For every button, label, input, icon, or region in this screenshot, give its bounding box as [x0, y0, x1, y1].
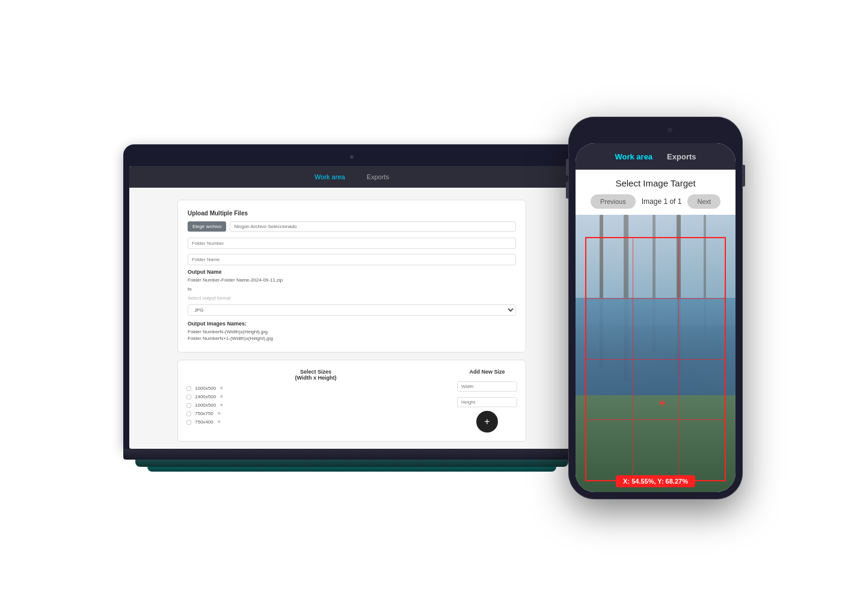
phone-vol-down-button: [566, 182, 568, 199]
coord-badge: X: 54.55%, Y: 68.27%: [616, 475, 695, 487]
laptop-base-bottom: [135, 460, 568, 467]
image-nav-row: Previous Image 1 of 1 Next: [576, 194, 735, 209]
size-checkbox-2[interactable]: [186, 395, 191, 399]
format-select[interactable]: JPG: [188, 304, 516, 316]
size-checkbox-5[interactable]: [186, 420, 191, 425]
laptop-screen-outer: Work area Exports Upload Multiple Files …: [123, 144, 580, 449]
next-button[interactable]: Next: [687, 194, 720, 209]
size-delete-5[interactable]: ✕: [217, 419, 221, 425]
add-size-title: Add New Size: [457, 369, 517, 375]
phone-vol-up-button: [566, 159, 568, 176]
output-to-value: to: [188, 286, 516, 292]
laptop-nav-work-area[interactable]: Work area: [310, 171, 350, 183]
size-label-4: 750x750: [195, 411, 213, 416]
sizes-title: Select Sizes (Width x Height): [186, 369, 445, 381]
prev-button[interactable]: Previous: [591, 194, 636, 209]
image-background: [576, 215, 735, 492]
upload-title: Upload Multiple Files: [188, 210, 516, 217]
upload-section: Upload Multiple Files Elegir archivo Nin…: [177, 200, 526, 353]
laptop-camera-bar: [129, 150, 574, 164]
phone-content: Select Image Target Previous Image 1 of …: [576, 170, 735, 492]
file-name-display: Ningún Archivo Seleccionado: [230, 221, 516, 232]
output-image-1: Folder NumberN-(Width)x(Height).jpg: [188, 329, 516, 334]
width-input[interactable]: [457, 381, 517, 392]
laptop-foot: [147, 467, 556, 472]
scene: Work area Exports Upload Multiple Files …: [0, 0, 866, 616]
phone-screen: Work area Exports Select Image Target Pr…: [576, 143, 735, 492]
phone-app-header: Work area Exports: [576, 143, 735, 170]
add-size-button[interactable]: +: [476, 411, 498, 433]
phone-nav-exports[interactable]: Exports: [667, 152, 696, 161]
image-counter: Image 1 of 1: [642, 197, 682, 206]
laptop-app-header: Work area Exports: [129, 166, 574, 188]
select-image-title: Select Image Target: [576, 170, 735, 194]
size-label-1: 1000x500: [195, 386, 216, 391]
height-input[interactable]: [457, 397, 517, 407]
water-layer: [576, 298, 735, 408]
laptop: Work area Exports Upload Multiple Files …: [123, 144, 580, 472]
list-item: 1400x500 ✕: [186, 394, 445, 399]
laptop-screen: Work area Exports Upload Multiple Files …: [129, 166, 574, 449]
crosshair: [659, 400, 665, 406]
phone-notch-bar: [576, 124, 735, 141]
phone: Work area Exports Select Image Target Pr…: [568, 117, 743, 499]
laptop-nav-exports[interactable]: Exports: [362, 171, 394, 183]
laptop-camera-dot: [350, 155, 354, 159]
list-item: 1000x500 ✕: [186, 402, 445, 408]
laptop-content: Upload Multiple Files Elegir archivo Nin…: [129, 188, 574, 449]
phone-outer: Work area Exports Select Image Target Pr…: [568, 117, 743, 499]
output-images-label: Output Images Names:: [188, 321, 516, 327]
size-delete-2[interactable]: ✕: [220, 394, 224, 399]
size-delete-1[interactable]: ✕: [220, 386, 224, 391]
folder-number-input[interactable]: [188, 238, 516, 249]
list-item: 1000x500 ✕: [186, 386, 445, 391]
size-checkbox-4[interactable]: [186, 411, 191, 416]
phone-power-button: [743, 165, 745, 186]
size-delete-3[interactable]: ✕: [220, 402, 224, 408]
phone-camera: [668, 128, 672, 132]
phone-nav-work-area[interactable]: Work area: [615, 152, 653, 161]
size-label-3: 1000x500: [195, 402, 216, 408]
upload-btn[interactable]: Elegir archivo: [188, 221, 226, 232]
phone-notch: [631, 124, 680, 136]
size-label-5: 750x400: [195, 419, 213, 425]
output-name-value: Folder Number-Folder Name-2024-09-11.zip: [188, 277, 516, 283]
select-sizes-col: Select Sizes (Width x Height) 1000x500 ✕…: [186, 369, 445, 433]
list-item: 750x400 ✕: [186, 419, 445, 425]
upload-file-row: Elegir archivo Ningún Archivo Selecciona…: [188, 221, 516, 232]
size-checkbox-3[interactable]: [186, 403, 191, 408]
folder-name-input[interactable]: [188, 254, 516, 265]
sizes-section: Select Sizes (Width x Height) 1000x500 ✕…: [177, 360, 526, 442]
output-name-label: Output Name: [188, 269, 516, 275]
select-format-label: Select output format: [188, 295, 516, 301]
add-new-size-col: Add New Size +: [457, 369, 517, 433]
image-target-area[interactable]: X: 54.55%, Y: 68.27%: [576, 215, 735, 492]
size-delete-4[interactable]: ✕: [217, 411, 221, 416]
size-checkbox-1[interactable]: [186, 386, 191, 391]
output-image-2: Folder NumberN+1-(Width)x(Height).jpg: [188, 336, 516, 341]
laptop-base: [123, 449, 580, 460]
size-label-2: 1400x500: [195, 394, 216, 399]
list-item: 750x750 ✕: [186, 411, 445, 416]
